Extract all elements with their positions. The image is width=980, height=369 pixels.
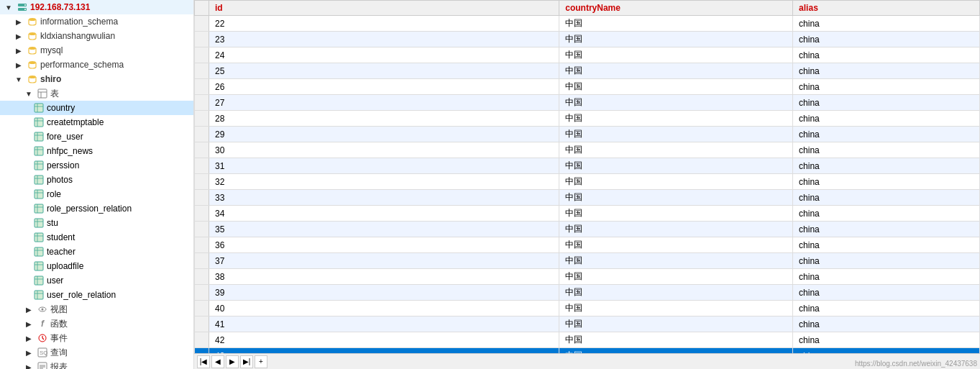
table-nhfpc-news[interactable]: nhfpc_news <box>0 144 193 158</box>
cell-alias[interactable]: china <box>793 206 980 222</box>
cell-alias[interactable]: china <box>793 190 980 206</box>
col-header-alias[interactable]: alias <box>793 1 980 16</box>
cell-alias[interactable]: china <box>793 111 980 127</box>
cell-id[interactable]: 42 <box>209 332 559 348</box>
queries-group[interactable]: SQL 查询 <box>0 345 193 360</box>
cell-country-name[interactable]: 中国 <box>559 16 793 32</box>
cell-country-name[interactable]: 中国 <box>559 316 793 332</box>
nav-add-button[interactable]: + <box>255 355 267 368</box>
col-header-id[interactable]: id <box>209 1 559 16</box>
cell-id[interactable]: 41 <box>209 316 559 332</box>
cell-country-name[interactable]: 中国 <box>559 127 793 142</box>
cell-alias[interactable]: china <box>793 63 980 79</box>
table-perssion[interactable]: perssion <box>0 158 193 173</box>
cell-id[interactable]: 38 <box>209 269 559 285</box>
cell-id[interactable]: 24 <box>209 47 559 63</box>
cell-country-name[interactable]: 中国 <box>559 253 793 269</box>
table-row[interactable]: 36中国china <box>195 237 980 253</box>
table-stu[interactable]: stu <box>0 216 193 230</box>
cell-country-name[interactable]: 中国 <box>559 237 793 253</box>
table-role-perssion-relation[interactable]: role_perssion_relation <box>0 201 193 216</box>
server-node[interactable]: 192.168.73.131 <box>0 0 193 14</box>
cell-country-name[interactable]: 中国 <box>559 47 793 63</box>
cell-alias[interactable]: china <box>793 79 980 95</box>
cell-alias[interactable]: china <box>793 332 980 348</box>
cell-id[interactable]: 36 <box>209 237 559 253</box>
table-row[interactable]: 30中国china <box>195 142 980 158</box>
nav-prev-button[interactable]: ◀ <box>211 355 224 368</box>
cell-country-name[interactable]: 中国 <box>559 269 793 285</box>
cell-id[interactable]: 22 <box>209 16 559 32</box>
cell-country-name[interactable]: 中国 <box>559 174 793 190</box>
sidebar[interactable]: 192.168.73.131 information_schema kldxia… <box>0 0 194 369</box>
table-row[interactable]: 22中国china <box>195 16 980 32</box>
table-row[interactable]: 27中国china <box>195 95 980 111</box>
cell-id[interactable]: 35 <box>209 222 559 237</box>
table-row[interactable]: ▶43中国china <box>195 348 980 354</box>
table-photos[interactable]: photos <box>0 173 193 187</box>
cell-alias[interactable]: china <box>793 95 980 111</box>
cell-id[interactable]: 25 <box>209 63 559 79</box>
cell-alias[interactable]: china <box>793 174 980 190</box>
cell-country-name[interactable]: 中国 <box>559 32 793 47</box>
table-teacher[interactable]: teacher <box>0 245 193 259</box>
events-group[interactable]: 事件 <box>0 331 193 345</box>
cell-id[interactable]: 34 <box>209 206 559 222</box>
table-fore-user[interactable]: fore_user <box>0 129 193 144</box>
table-row[interactable]: 28中国china <box>195 111 980 127</box>
table-row[interactable]: 25中国china <box>195 63 980 79</box>
db-mysql[interactable]: mysql <box>0 43 193 58</box>
data-grid[interactable]: id countryName alias 22中国china23中国china2… <box>194 0 980 353</box>
cell-country-name[interactable]: 中国 <box>559 301 793 316</box>
table-row[interactable]: 35中国china <box>195 222 980 237</box>
cell-country-name[interactable]: 中国 <box>559 332 793 348</box>
db-performance-schema[interactable]: performance_schema <box>0 58 193 72</box>
cell-alias[interactable]: china <box>793 158 980 174</box>
cell-country-name[interactable]: 中国 <box>559 158 793 174</box>
col-header-countryname[interactable]: countryName <box>559 1 793 16</box>
table-row[interactable]: 38中国china <box>195 269 980 285</box>
cell-id[interactable]: 29 <box>209 127 559 142</box>
cell-alias[interactable]: china <box>793 316 980 332</box>
cell-id[interactable]: 31 <box>209 158 559 174</box>
table-user[interactable]: user <box>0 273 193 288</box>
cell-id[interactable]: 40 <box>209 301 559 316</box>
cell-alias[interactable]: china <box>793 269 980 285</box>
table-row[interactable]: 26中国china <box>195 79 980 95</box>
table-row[interactable]: 42中国china <box>195 332 980 348</box>
cell-country-name[interactable]: 中国 <box>559 79 793 95</box>
table-role[interactable]: role <box>0 187 193 201</box>
functions-group[interactable]: f 函数 <box>0 316 193 331</box>
cell-country-name[interactable]: 中国 <box>559 222 793 237</box>
nav-first-button[interactable]: |◀ <box>197 355 210 368</box>
cell-alias[interactable]: china <box>793 142 980 158</box>
nav-last-button[interactable]: ▶| <box>240 355 253 368</box>
cell-alias[interactable]: china <box>793 127 980 142</box>
db-information-schema[interactable]: information_schema <box>0 14 193 29</box>
cell-country-name[interactable]: 中国 <box>559 190 793 206</box>
cell-id[interactable]: 43 <box>209 348 559 354</box>
cell-alias[interactable]: china <box>793 32 980 47</box>
cell-id[interactable]: 23 <box>209 32 559 47</box>
cell-alias[interactable]: china <box>793 285 980 301</box>
cell-id[interactable]: 33 <box>209 190 559 206</box>
table-row[interactable]: 31中国china <box>195 158 980 174</box>
table-user-role-relation[interactable]: user_role_relation <box>0 288 193 302</box>
tables-group[interactable]: 表 <box>0 86 193 101</box>
cell-alias[interactable]: china <box>793 301 980 316</box>
cell-country-name[interactable]: 中国 <box>559 285 793 301</box>
cell-alias[interactable]: china <box>793 348 980 354</box>
table-row[interactable]: 41中国china <box>195 316 980 332</box>
nav-next-button[interactable]: ▶ <box>226 355 239 368</box>
cell-country-name[interactable]: 中国 <box>559 206 793 222</box>
table-row[interactable]: 24中国china <box>195 47 980 63</box>
table-country[interactable]: country <box>0 101 193 115</box>
db-kldxianshangwulian[interactable]: kldxianshangwulian <box>0 29 193 43</box>
reports-group[interactable]: 报表 <box>0 360 193 369</box>
table-createtmptable[interactable]: createtmptable <box>0 115 193 129</box>
cell-id[interactable]: 28 <box>209 111 559 127</box>
cell-alias[interactable]: china <box>793 47 980 63</box>
table-student[interactable]: student <box>0 230 193 245</box>
cell-id[interactable]: 39 <box>209 285 559 301</box>
cell-country-name[interactable]: 中国 <box>559 95 793 111</box>
